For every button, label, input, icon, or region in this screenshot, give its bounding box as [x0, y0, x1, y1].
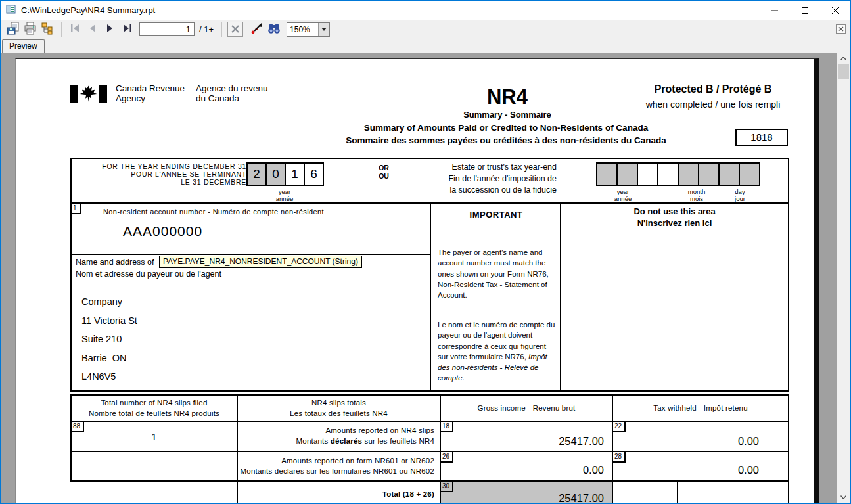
estate-date-box	[718, 162, 740, 186]
label-amounts-nr601: Amounts reported on form NR601 or NR602 …	[237, 451, 441, 482]
header-slips-totals: NR4 slips totalsLes totaux des feuillets…	[237, 394, 441, 422]
payer-label-fr: Nom et adresse du payeur ou de l'agent	[76, 269, 221, 279]
export-button[interactable]	[5, 22, 22, 37]
cra-flag-logo	[70, 85, 107, 105]
scroll-down-button[interactable]	[837, 492, 850, 503]
previous-page-button[interactable]	[84, 22, 101, 37]
year-digit-box: 1	[285, 162, 305, 186]
group-tree-button[interactable]	[39, 22, 56, 37]
estate-date-box	[698, 162, 720, 186]
important-title: IMPORTANT	[430, 210, 563, 219]
app-window: C:\WinLedgePay\NR4 Summary.rpt	[0, 0, 851, 504]
payer-box-divider	[72, 254, 431, 255]
form-heading-fr: Sommaire des sommes payées ou créditées …	[210, 135, 802, 145]
next-page-button[interactable]	[101, 22, 118, 37]
protected-label: Protected B / Protégé B	[628, 83, 798, 95]
do-not-use-box	[560, 202, 789, 392]
address-line: 11 Victoria St	[81, 311, 137, 331]
window-title: C:\WinLedgePay\NR4 Summary.rpt	[21, 5, 155, 15]
when-completed-label: when completed / une fois rempli	[628, 99, 798, 110]
estate-year-label: yearannée	[595, 188, 651, 202]
logo-divider	[271, 85, 271, 104]
vertical-scrollbar[interactable]	[837, 53, 850, 503]
year-digit-boxes: 2 0 1 6	[246, 162, 324, 186]
estate-date-box	[616, 162, 638, 186]
refresh-button[interactable]	[248, 22, 265, 37]
header-tax-withheld: Tax withheld - Impôt retenu	[612, 394, 789, 422]
important-text-en: The payer or agent's name and account nu…	[438, 247, 557, 300]
year-digit-box: 2	[246, 162, 267, 186]
chevron-up-icon	[840, 57, 846, 60]
zoom-value: 150%	[287, 25, 318, 34]
cell-empty	[70, 451, 238, 482]
stop-icon	[231, 24, 239, 35]
estate-date-box	[596, 162, 618, 186]
previous-page-icon	[86, 23, 99, 36]
box-1-tag: 1	[72, 204, 81, 214]
account-number-value: AAA000000	[123, 223, 202, 239]
address-line: Company	[81, 292, 137, 311]
refresh-icon	[250, 22, 264, 37]
minimize-button[interactable]	[760, 1, 790, 20]
scrollbar-thumb[interactable]	[838, 64, 849, 79]
search-button[interactable]	[265, 22, 283, 37]
header-gross-income: Gross income - Revenu brut	[440, 394, 613, 422]
address-line: L4N6V5	[81, 367, 137, 386]
zoom-select[interactable]: 150%	[287, 22, 330, 37]
estate-date-box	[678, 162, 699, 186]
stop-loading-button[interactable]	[227, 22, 243, 37]
estate-day-label: dayjour	[714, 188, 766, 202]
cell-slips-count: 88 1	[70, 421, 238, 452]
do-not-use-label: Do not use this areaN'inscrivez rien ici	[560, 206, 789, 229]
gross-nr601-value: 0.00	[583, 464, 604, 476]
close-view-button[interactable]	[836, 24, 846, 36]
cell-total-tax-right	[677, 480, 789, 503]
payer-label-en: Name and address of	[76, 258, 154, 267]
estate-date-boxes	[596, 162, 760, 186]
tab-preview[interactable]: Preview	[2, 39, 45, 53]
toolbar-separator	[61, 22, 62, 37]
first-page-icon	[69, 23, 82, 36]
toolbar: / 1+ 150%	[1, 20, 850, 39]
cra-name-fr: Agence du revenudu Canada	[196, 84, 268, 103]
label-amounts-nr4-slips: Amounts reported on NR4 slips Montants d…	[237, 421, 441, 452]
year-ending-label: FOR THE YEAR ENDING DECEMBER 31 POUR L'A…	[77, 162, 246, 187]
cell-tax-nr601: 28 0.00	[612, 451, 789, 482]
first-page-button[interactable]	[67, 22, 84, 37]
page-number-input[interactable]	[139, 22, 195, 36]
close-button[interactable]	[820, 1, 850, 20]
chevron-down-icon[interactable]	[318, 23, 329, 36]
maximize-button[interactable]	[790, 1, 820, 20]
address-line: Suite 210	[81, 330, 137, 349]
cra-name-en: Canada RevenueAgency	[116, 84, 185, 103]
title-bar: C:\WinLedgePay\NR4 Summary.rpt	[1, 1, 850, 20]
tab-bar: Preview	[1, 39, 850, 53]
scroll-up-button[interactable]	[837, 53, 850, 64]
year-digit-box: 0	[265, 162, 286, 186]
important-text-fr: Le nom et le numéro de compte du payeur …	[438, 319, 557, 384]
field-tooltip: PAYE.PAYE_NR4_NONRESIDENT_ACCOUNT (Strin…	[159, 256, 362, 268]
label-total: Total (18 + 26)	[237, 480, 441, 503]
cell-tax-nr4: 22 0.00	[612, 421, 789, 452]
cell-gross-nr4: 18 25417.00	[440, 421, 613, 452]
preview-pane: Canada RevenueAgency Agence du revenudu …	[1, 53, 850, 503]
form-title: NR4	[428, 87, 586, 107]
group-tree-icon	[41, 22, 54, 37]
last-page-icon	[120, 23, 133, 36]
page-count-label: / 1+	[199, 24, 214, 34]
tax-nr4-value: 0.00	[738, 435, 759, 447]
slips-count-value: 1	[72, 422, 237, 442]
form-code-box: 1818	[735, 129, 788, 146]
account-number-label: Non-resident account number - Numéro de …	[103, 208, 324, 216]
header-slips-filed: Total number of NR4 slips filedNombre to…	[70, 394, 238, 422]
estate-date-box	[739, 162, 760, 186]
payer-address: Company 11 Victoria St Suite 210 Barrie …	[81, 292, 137, 386]
last-page-button[interactable]	[118, 22, 135, 37]
next-page-icon	[103, 23, 116, 36]
printer-icon	[24, 22, 37, 37]
form-subtitle: Summary - Sommaire	[428, 110, 586, 120]
export-icon	[7, 22, 20, 37]
box-30-tag: 30	[441, 482, 453, 492]
estate-label: Estate or trust's tax year-end Fin de l'…	[386, 162, 557, 196]
print-button[interactable]	[22, 22, 39, 37]
